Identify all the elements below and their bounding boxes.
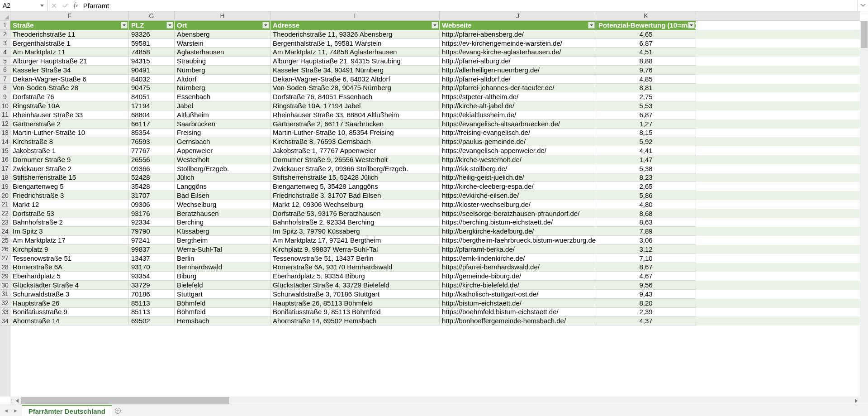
expand-formula-bar[interactable] — [857, 0, 868, 11]
formula-input[interactable] — [81, 0, 857, 11]
fx-label[interactable]: fx — [71, 2, 81, 9]
formula-bar: fx — [0, 0, 868, 11]
cancel-formula-button — [48, 0, 60, 11]
name-box-dropdown[interactable] — [38, 0, 46, 11]
accept-formula-button — [60, 0, 71, 11]
name-box-wrap — [0, 0, 46, 11]
name-box[interactable] — [0, 0, 38, 11]
